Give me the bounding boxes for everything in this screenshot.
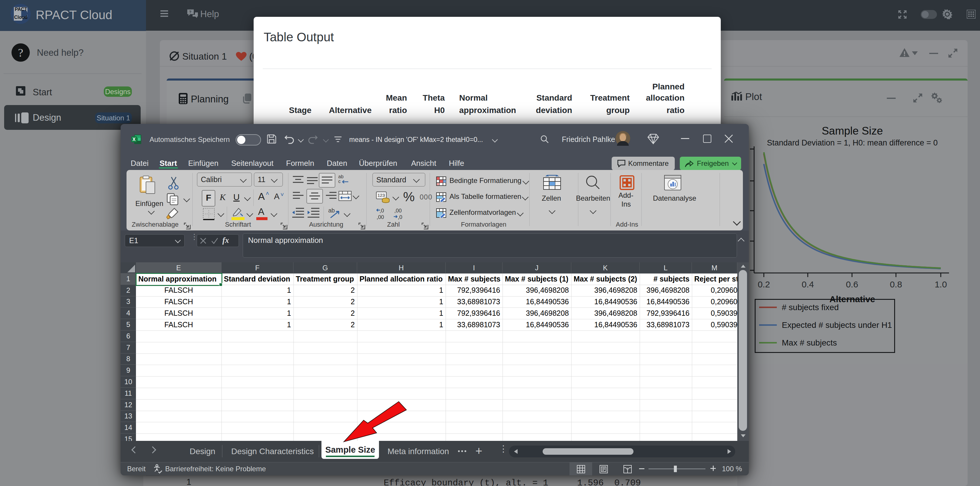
svg-text:,00: ,00 <box>394 208 402 214</box>
svg-text:,00: ,00 <box>377 214 384 220</box>
svg-text:X: X <box>132 137 136 142</box>
svg-text:?: ? <box>189 10 191 14</box>
svg-text:c: c <box>338 179 340 184</box>
svg-text:ab: ab <box>328 207 335 214</box>
svg-text:,0: ,0 <box>380 208 384 214</box>
svg-text:A: A <box>258 207 264 217</box>
svg-text:123: 123 <box>377 193 385 198</box>
svg-text:ab: ab <box>338 174 344 179</box>
svg-text:,0: ,0 <box>398 214 402 220</box>
